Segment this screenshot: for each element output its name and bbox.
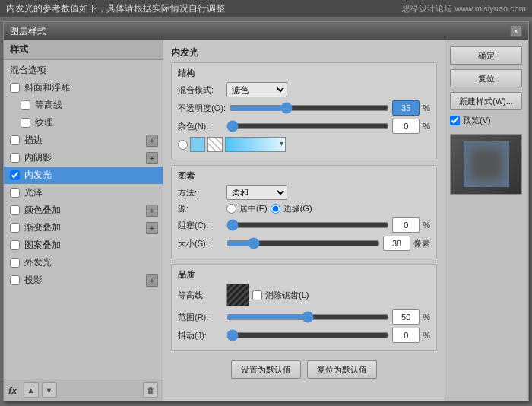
sidebar-item-inner-glow[interactable]: 内发光 (4, 167, 163, 184)
drop-shadow-checkbox[interactable] (10, 275, 20, 285)
opacity-label: 不透明度(O): (178, 103, 226, 114)
close-button[interactable]: × (510, 25, 522, 37)
texture-checkbox[interactable] (21, 118, 30, 128)
sidebar-item-satin[interactable]: 光泽 (4, 184, 163, 201)
left-panel-title: 样式 (4, 40, 163, 60)
inner-shadow-label: 内阴影 (24, 151, 52, 164)
sidebar-item-color-overlay[interactable]: 颜色叠加 + (4, 201, 163, 219)
structure-title: 结构 (178, 68, 430, 79)
ok-button[interactable]: 确定 (450, 46, 522, 65)
inner-glow-label: 内发光 (24, 169, 52, 182)
noise-label: 杂色(N): (178, 121, 223, 132)
method-select[interactable]: 柔和 精确 (226, 185, 287, 200)
range-percent: % (423, 312, 430, 322)
solid-color-radio[interactable] (178, 140, 188, 150)
size-label: 大小(S): (178, 238, 223, 249)
inner-shadow-plus-button[interactable]: + (146, 152, 158, 164)
sidebar-item-drop-shadow[interactable]: 投影 + (4, 271, 163, 289)
elements-group: 图素 方法: 柔和 精确 源: 居中(E) 边缘(G) (171, 165, 437, 259)
anti-alias-label: 消除锯齿(L) (265, 290, 309, 301)
color-overlay-checkbox[interactable] (10, 205, 20, 215)
gradient-overlay-plus-button[interactable]: + (146, 222, 158, 234)
color-swatch[interactable] (190, 137, 205, 152)
noise-percent: % (423, 122, 430, 131)
choke-slider[interactable] (226, 220, 389, 230)
set-default-button[interactable]: 设置为默认值 (231, 360, 301, 379)
gradient-swatch[interactable] (225, 137, 286, 152)
dialog-title-text: 图层样式 (10, 25, 46, 38)
drop-shadow-plus-button[interactable]: + (146, 274, 158, 287)
opacity-percent: % (423, 103, 430, 113)
structure-group: 结构 混合模式: 滤色 正常 叠加 不透明度(O): % (171, 62, 437, 160)
size-slider[interactable] (226, 238, 380, 249)
stroke-checkbox[interactable] (10, 135, 20, 145)
new-style-button[interactable]: 新建样式(W)... (450, 92, 522, 110)
delete-button[interactable]: 🗑 (143, 382, 158, 398)
sidebar-item-bevel[interactable]: 斜面和浮雕 (4, 79, 163, 97)
jitter-input[interactable] (392, 328, 420, 343)
sidebar-item-pattern-overlay[interactable]: 图案叠加 (4, 236, 163, 254)
choke-label: 阻塞(C): (178, 220, 223, 231)
opacity-slider[interactable] (229, 103, 389, 113)
edge-radio[interactable] (271, 204, 280, 214)
outer-glow-label: 外发光 (24, 256, 52, 269)
center-radio[interactable] (226, 204, 236, 214)
delete-icon: 🗑 (147, 385, 155, 395)
outer-glow-checkbox[interactable] (10, 258, 20, 268)
color-overlay-plus-button[interactable]: + (146, 205, 158, 217)
choke-input[interactable] (392, 217, 420, 233)
opacity-input[interactable] (392, 100, 420, 116)
color-overlay-label: 颜色叠加 (24, 204, 61, 217)
inner-glow-checkbox[interactable] (10, 170, 20, 180)
stroke-plus-button[interactable]: + (146, 135, 158, 147)
down-arrow-icon: ▼ (45, 385, 53, 395)
preview-checkbox[interactable] (450, 116, 460, 125)
sidebar-item-texture[interactable]: 纹理 (4, 114, 163, 132)
move-down-button[interactable]: ▼ (42, 382, 57, 398)
range-input[interactable] (392, 309, 420, 325)
sidebar-item-stroke[interactable]: 描边 + (4, 132, 163, 149)
blend-mode-select[interactable]: 滤色 正常 叠加 (226, 82, 287, 97)
pattern-overlay-checkbox[interactable] (10, 240, 20, 250)
dialog-body: 样式 混合选项 斜面和浮雕 等高线 纹理 (4, 40, 528, 401)
reset-default-button[interactable]: 复位为默认值 (307, 360, 377, 379)
reset-button[interactable]: 复位 (450, 69, 522, 87)
inner-shadow-checkbox[interactable] (10, 153, 20, 163)
gradient-overlay-label: 渐变叠加 (24, 221, 61, 234)
noise-slider[interactable] (226, 121, 389, 132)
jitter-slider[interactable] (226, 330, 389, 341)
sidebar-item-gradient-overlay[interactable]: 渐变叠加 + (4, 219, 163, 236)
choke-percent: % (423, 220, 430, 230)
contour-row: 等高线: 消除锯齿(L) (178, 284, 430, 306)
range-slider[interactable] (226, 312, 389, 322)
bevel-checkbox[interactable] (10, 83, 20, 93)
right-panel: 确定 复位 新建样式(W)... 预览(V) (445, 40, 528, 401)
banner-text: 内发光的参考数值如下，具体请根据实际情况自行调整 (6, 2, 225, 15)
main-panel: 内发光 结构 混合模式: 滤色 正常 叠加 不透明度(O): (163, 40, 445, 401)
blend-label: 混合选项 (10, 64, 46, 77)
blend-mode-label: 混合模式: (178, 84, 223, 96)
sidebar-item-blend[interactable]: 混合选项 (4, 62, 163, 79)
anti-alias-checkbox[interactable] (252, 290, 262, 300)
noise-row: 杂色(N): % (178, 119, 430, 134)
size-row: 大小(S): 像素 (178, 236, 430, 251)
quality-title: 品质 (178, 269, 430, 281)
contour-thumbnail[interactable] (226, 284, 249, 306)
sidebar-item-inner-shadow[interactable]: 内阴影 + (4, 149, 163, 167)
noise-input[interactable] (392, 119, 420, 134)
choke-row: 阻塞(C): % (178, 217, 430, 233)
satin-checkbox[interactable] (10, 188, 20, 198)
size-input[interactable] (383, 236, 410, 251)
range-row: 范围(R): % (178, 309, 430, 325)
move-up-button[interactable]: ▲ (24, 382, 39, 398)
sidebar-item-contour[interactable]: 等高线 (4, 97, 163, 114)
dot-swatch[interactable] (207, 137, 223, 152)
contour-checkbox[interactable] (21, 100, 30, 110)
method-label: 方法: (178, 187, 223, 198)
opacity-row: 不透明度(O): % (178, 100, 430, 116)
layer-style-dialog: 图层样式 × 样式 混合选项 斜面和浮雕 等高线 纹理 (3, 21, 529, 401)
sidebar-item-outer-glow[interactable]: 外发光 (4, 254, 163, 271)
color-row (178, 137, 430, 152)
gradient-overlay-checkbox[interactable] (10, 223, 20, 233)
pattern-overlay-label: 图案叠加 (24, 239, 61, 252)
